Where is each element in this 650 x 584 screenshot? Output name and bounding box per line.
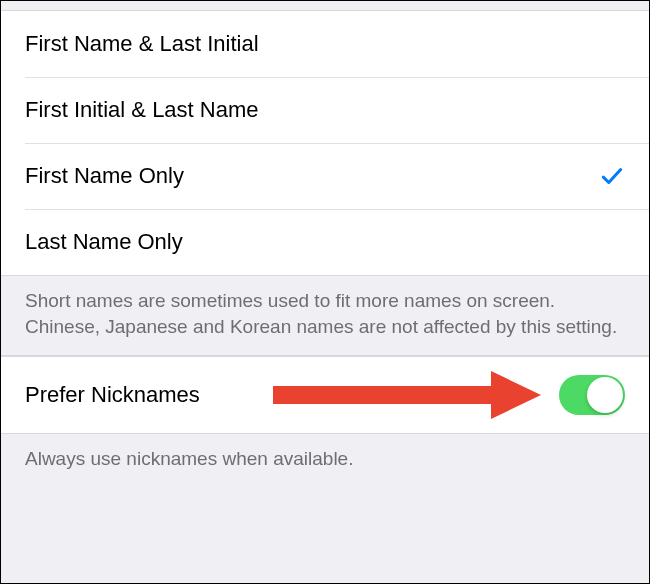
toggle-knob bbox=[587, 377, 623, 413]
short-name-options-group: First Name & Last Initial First Initial … bbox=[1, 11, 649, 275]
options-footer: Short names are sometimes used to fit mo… bbox=[1, 275, 649, 356]
checkmark-icon bbox=[599, 163, 625, 189]
option-label: First Name & Last Initial bbox=[25, 31, 259, 57]
option-label: Last Name Only bbox=[25, 229, 183, 255]
option-label: First Name Only bbox=[25, 163, 184, 189]
nicknames-footer: Always use nicknames when available. bbox=[1, 434, 649, 488]
prefer-nicknames-row[interactable]: Prefer Nicknames bbox=[1, 357, 649, 433]
annotation-arrow-icon bbox=[273, 371, 543, 419]
svg-rect-0 bbox=[273, 386, 493, 404]
option-first-name-only[interactable]: First Name Only bbox=[1, 143, 649, 209]
svg-marker-1 bbox=[491, 371, 541, 419]
option-label: First Initial & Last Name bbox=[25, 97, 259, 123]
option-first-name-last-initial[interactable]: First Name & Last Initial bbox=[1, 11, 649, 77]
section-separator bbox=[1, 1, 649, 11]
prefer-nicknames-label: Prefer Nicknames bbox=[25, 382, 200, 408]
option-last-name-only[interactable]: Last Name Only bbox=[1, 209, 649, 275]
prefer-nicknames-section: Prefer Nicknames bbox=[1, 356, 649, 434]
option-first-initial-last-name[interactable]: First Initial & Last Name bbox=[1, 77, 649, 143]
prefer-nicknames-toggle[interactable] bbox=[559, 375, 625, 415]
